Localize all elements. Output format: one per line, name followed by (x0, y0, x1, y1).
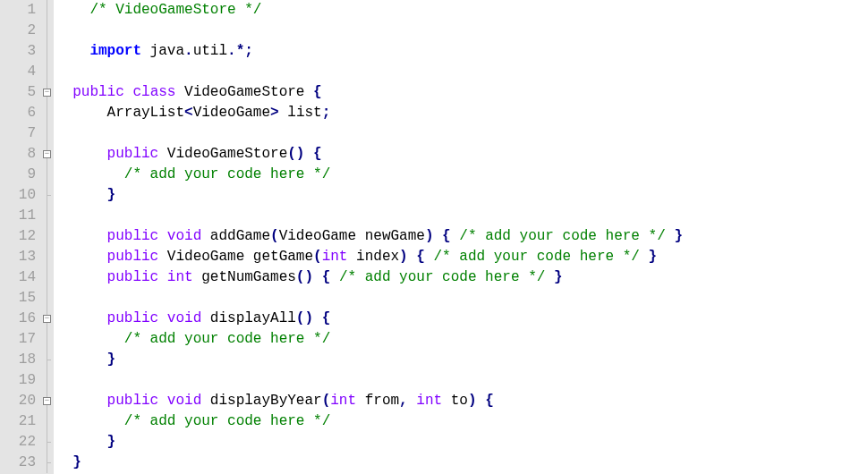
code-line[interactable]: public VideoGame getGame(int index) { /*… (55, 247, 868, 267)
code-line[interactable] (55, 62, 868, 82)
token: /* VideoGameStore */ (89, 2, 261, 18)
code-line[interactable]: } (55, 453, 868, 473)
fold-toggle-icon[interactable]: − (43, 89, 51, 97)
token (640, 249, 649, 265)
token: () (296, 269, 313, 285)
token (408, 249, 417, 265)
token: < (184, 105, 193, 121)
token (55, 187, 107, 203)
code-line[interactable] (55, 370, 868, 391)
code-line[interactable]: public void displayAll() { (55, 309, 868, 329)
token (158, 228, 167, 244)
code-line[interactable]: public void addGame(VideoGame newGame) {… (55, 226, 868, 247)
fold-cell[interactable]: − (41, 391, 54, 411)
code-line[interactable]: public void displayByYear(int from, int … (55, 391, 868, 411)
token: } (72, 454, 81, 470)
token: /* add your code here */ (124, 166, 330, 182)
fold-cell (41, 41, 54, 62)
line-number: 4 (0, 62, 36, 82)
token: { (485, 393, 494, 409)
line-number: 13 (0, 247, 36, 267)
token: index (347, 249, 399, 265)
token (330, 269, 339, 285)
fold-toggle-icon[interactable]: − (43, 397, 51, 405)
token (408, 393, 417, 409)
line-number: 23 (0, 453, 36, 473)
token: { (416, 249, 425, 265)
token: /* add your code here */ (339, 269, 545, 285)
token: VideoGameStore (158, 146, 287, 162)
token: { (322, 310, 331, 326)
code-line[interactable]: /* add your code here */ (55, 329, 868, 350)
token: util (193, 43, 227, 59)
token (55, 434, 107, 450)
token (124, 84, 133, 100)
line-number: 8 (0, 144, 36, 165)
fold-column[interactable]: −−−− (41, 0, 54, 474)
token: void (167, 393, 201, 409)
fold-cell[interactable]: − (41, 309, 54, 329)
code-line[interactable]: } (55, 350, 868, 370)
token: int (322, 249, 348, 265)
fold-cell (41, 226, 54, 247)
line-number: 3 (0, 41, 36, 62)
code-line[interactable] (55, 123, 868, 144)
token: } (107, 351, 116, 368)
fold-cell[interactable]: − (41, 144, 54, 165)
code-line[interactable] (55, 206, 868, 226)
code-line[interactable] (55, 288, 868, 309)
line-number: 22 (0, 432, 36, 453)
code-line[interactable] (55, 21, 868, 41)
code-line[interactable]: /* VideoGameStore */ (55, 0, 868, 21)
fold-toggle-icon[interactable]: − (43, 150, 51, 158)
code-line[interactable]: } (55, 432, 868, 453)
line-number: 17 (0, 329, 36, 350)
code-line[interactable]: import java.util.*; (55, 41, 868, 62)
token: } (107, 434, 116, 450)
code-editor[interactable]: 1234567891011121314151617181920212223 −−… (0, 0, 868, 474)
code-area[interactable]: /* VideoGameStore */ import java.util.*;… (54, 0, 868, 474)
token: list (279, 105, 322, 121)
token: ( (313, 249, 322, 265)
fold-toggle-icon[interactable]: − (43, 315, 51, 323)
fold-cell (41, 62, 54, 82)
token (477, 393, 486, 409)
token: > (270, 105, 279, 121)
token (55, 331, 124, 347)
token (55, 146, 107, 162)
code-line[interactable]: /* add your code here */ (55, 165, 868, 185)
token: public (107, 249, 159, 265)
code-line[interactable]: public class VideoGameStore { (55, 82, 868, 103)
fold-cell (41, 411, 54, 432)
token: ( (322, 393, 331, 409)
code-line[interactable]: } (55, 185, 868, 206)
token: public (107, 310, 159, 326)
fold-cell[interactable]: − (41, 82, 54, 103)
token (313, 269, 322, 285)
line-number-gutter: 1234567891011121314151617181920212223 (0, 0, 41, 474)
token (434, 228, 443, 244)
token: public (107, 228, 159, 244)
token (55, 393, 107, 409)
code-line[interactable]: ArrayList<VideoGame> list; (55, 103, 868, 123)
token (55, 310, 107, 326)
token: public (107, 393, 159, 409)
token (545, 269, 554, 285)
fold-cell (41, 350, 54, 370)
line-number: 2 (0, 21, 36, 41)
line-number: 7 (0, 123, 36, 144)
fold-cell (41, 247, 54, 267)
line-number: 11 (0, 206, 36, 226)
line-number: 16 (0, 309, 36, 329)
token (304, 146, 313, 162)
token: } (554, 269, 563, 285)
token (158, 310, 167, 326)
line-number: 14 (0, 267, 36, 288)
token: getNumGames (193, 269, 296, 285)
token (55, 84, 72, 100)
token: /* add your code here */ (434, 249, 640, 265)
code-line[interactable]: public VideoGameStore() { (55, 144, 868, 165)
code-line[interactable]: public int getNumGames() { /* add your c… (55, 267, 868, 288)
token: } (649, 249, 658, 265)
code-line[interactable]: /* add your code here */ (55, 411, 868, 432)
